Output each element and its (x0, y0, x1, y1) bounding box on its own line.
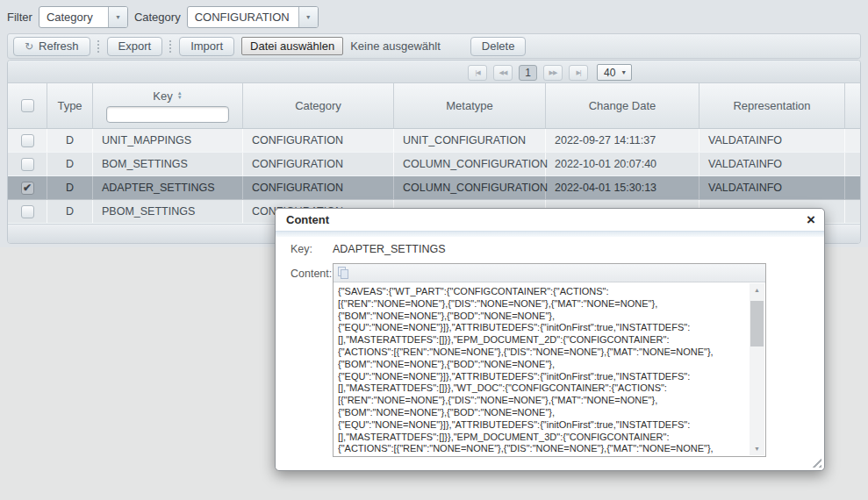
page-size-select[interactable]: 40 ▼ (597, 64, 632, 81)
paginator-bar: |◀ ◀◀ 1 ▶▶ ▶| 40 ▼ (8, 61, 860, 83)
refresh-button-label: Refresh (39, 39, 79, 53)
table-row[interactable]: D BOM_SETTINGS CONFIGURATION COLUMN_CONF… (8, 153, 860, 176)
row-checkbox-cell (8, 200, 47, 223)
refresh-icon: ↻ (25, 40, 33, 53)
row-checkbox-cell (8, 153, 47, 175)
dialog-key-value: ADAPTER_SETTINGS (333, 243, 446, 255)
change-date-cell: 2022-09-27 14:11:37 (546, 129, 699, 152)
metatype-cell: COLUMN_CONFIGURATION (394, 176, 546, 199)
category-label: Category (134, 11, 181, 24)
filter-label: Filter (7, 11, 32, 24)
key-cell: PBOM_SETTINGS (93, 200, 243, 223)
content-json-text[interactable]: {"SAVEAS":{"WT_PART":{"CONFIGCONTAINER":… (338, 286, 746, 454)
representation-cell: VALDATAINFO (699, 129, 845, 152)
first-page-button[interactable]: |◀ (468, 65, 487, 81)
change-date-cell: 2022-10-01 20:07:40 (546, 153, 699, 175)
dialog-content-label: Content: (291, 268, 332, 280)
category-cell: CONFIGURATION (243, 153, 394, 175)
representation-cell: VALDATAINFO (699, 153, 845, 175)
dialog-title: Content (276, 209, 824, 231)
table-row[interactable]: D UNIT_MAPPINGS CONFIGURATION UNIT_CONFI… (8, 129, 860, 153)
spacer-cell (845, 200, 860, 223)
import-button-label: Import (190, 39, 223, 53)
filter-bar: Filter Category ▼ Category CONFIGURATION… (7, 5, 319, 29)
previous-page-button[interactable]: ◀◀ (493, 65, 513, 81)
column-header-key-label: Key (153, 89, 172, 103)
spacer-cell (845, 176, 860, 199)
last-page-button[interactable]: ▶| (569, 65, 588, 81)
row-checkbox-checked[interactable]: ✔ (21, 182, 34, 195)
spacer-cell (845, 129, 860, 152)
toolbar-separator (97, 40, 100, 53)
column-header-spacer (845, 83, 860, 128)
export-button-label: Export (118, 39, 152, 53)
metatype-cell: UNIT_CONFIGURATION (394, 129, 546, 152)
column-header-type: Type (47, 83, 93, 128)
file-choose-button[interactable]: Datei auswählen (241, 37, 343, 55)
copy-icon-front-page (341, 269, 348, 279)
column-header-change-date: Change Date (546, 83, 699, 128)
category-cell: CONFIGURATION (243, 176, 394, 199)
row-checkbox[interactable] (21, 158, 34, 171)
scrollbar-thumb[interactable] (750, 301, 764, 346)
close-icon[interactable]: × (807, 212, 815, 227)
type-cell: D (47, 129, 93, 152)
dialog-title-separator (276, 231, 824, 237)
scroll-down-icon[interactable]: ▼ (750, 442, 764, 455)
copy-icon[interactable] (338, 267, 350, 280)
sort-desc-icon: ▼ (177, 96, 183, 100)
page-size-value: 40 (604, 67, 615, 79)
row-checkbox-cell: ✔ (8, 176, 47, 199)
refresh-button[interactable]: ↻ Refresh (13, 37, 90, 56)
category-dropdown-value[interactable]: CONFIGURATION (188, 7, 298, 27)
key-cell: ADAPTER_SETTINGS (93, 176, 243, 199)
type-cell: D (47, 176, 93, 199)
column-header-category: Category (243, 83, 394, 128)
dialog-resize-handle[interactable] (812, 458, 821, 468)
scroll-up-icon[interactable]: ▲ (750, 283, 764, 296)
key-filter-input[interactable] (106, 106, 229, 123)
paginator-controls: |◀ ◀◀ 1 ▶▶ ▶| 40 ▼ (468, 64, 632, 81)
current-page-indicator[interactable]: 1 (519, 65, 537, 81)
content-editor-toolbar (334, 264, 765, 282)
content-editor[interactable]: {"SAVEAS":{"WT_PART":{"CONFIGCONTAINER":… (333, 263, 766, 457)
filter-type-dropdown[interactable]: Category ▼ (39, 6, 128, 28)
category-cell: CONFIGURATION (243, 129, 394, 152)
toolbar-separator (169, 40, 172, 53)
table-row-selected[interactable]: ✔ D ADAPTER_SETTINGS CONFIGURATION COLUM… (8, 176, 860, 200)
dropdown-arrow-icon[interactable]: ▼ (108, 7, 127, 27)
type-cell: D (47, 153, 93, 175)
row-checkbox[interactable] (21, 134, 34, 147)
metatype-cell: COLUMN_CONFIGURATION (394, 153, 546, 175)
delete-button[interactable]: Delete (470, 37, 527, 56)
dialog-key-label: Key: (291, 243, 312, 255)
column-header-metatype: Metatype (394, 83, 546, 128)
key-cell: BOM_SETTINGS (93, 153, 243, 175)
delete-button-label: Delete (482, 39, 515, 53)
file-status-text: Keine ausgewählt (350, 39, 441, 53)
file-choose-button-label: Datei auswählen (250, 39, 334, 53)
check-icon: ✔ (23, 182, 32, 194)
table-header-row: Type Key ▲ ▼ Category Metatype Change Da… (8, 83, 860, 129)
next-page-button[interactable]: ▶▶ (543, 65, 563, 81)
spacer-cell (845, 153, 860, 175)
row-checkbox-cell (8, 129, 47, 152)
toolbar: ↻ Refresh Export Import Datei auswählen … (7, 33, 861, 59)
content-dialog: Content × Key: ADAPTER_SETTINGS Content:… (275, 208, 825, 471)
import-button[interactable]: Import (179, 37, 234, 56)
representation-cell: VALDATAINFO (699, 176, 845, 199)
dropdown-arrow-icon[interactable]: ▼ (298, 7, 318, 27)
column-header-representation: Representation (699, 83, 845, 128)
type-cell: D (47, 200, 93, 223)
key-sort-control[interactable]: Key ▲ ▼ (153, 89, 182, 103)
change-date-cell: 2022-04-01 15:30:13 (546, 176, 699, 199)
select-all-header-cell (8, 83, 47, 128)
content-scrollbar[interactable]: ▲ ▼ (750, 283, 764, 455)
select-all-checkbox[interactable] (21, 99, 34, 112)
row-checkbox[interactable] (21, 205, 34, 218)
export-button[interactable]: Export (107, 37, 163, 56)
filter-type-dropdown-value[interactable]: Category (39, 7, 108, 27)
category-dropdown[interactable]: CONFIGURATION ▼ (187, 6, 319, 28)
sort-icon: ▲ ▼ (177, 91, 183, 100)
column-header-key: Key ▲ ▼ (93, 83, 243, 128)
